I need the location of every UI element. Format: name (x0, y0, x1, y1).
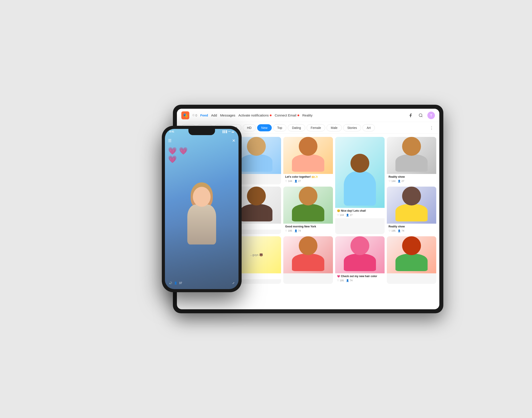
card-5-viewers: 👤 27 (398, 180, 404, 183)
phone-live-bar: ☰ ✕ (165, 137, 239, 144)
svg-point-0 (419, 114, 422, 116)
card-5-title: Reality show (388, 175, 434, 179)
tab-stories[interactable]: Stories (343, 124, 361, 131)
card-4-likes: ♡ 144 (337, 214, 344, 217)
nav-activate-notifications[interactable]: Activate notifications (238, 113, 272, 117)
card-12[interactable] (283, 236, 333, 284)
phone-close-icon[interactable]: ✕ (232, 138, 235, 143)
card-8-likes: ♡ 195 (285, 229, 292, 232)
phone-shell: 💗 💗💗 9:41 ▐▐▐ 〰 ▬ ☰ ✕ (162, 126, 242, 292)
tab-dating[interactable]: Dating (288, 124, 305, 131)
card-5[interactable]: Reality show ♡ 144 👤 27 (387, 137, 436, 184)
card-4-viewers: 👤 27 (346, 214, 353, 217)
phone-viewers-icon: 👤 (174, 281, 177, 285)
coins-count: 0 (196, 114, 197, 117)
phone-volume-viewers: 🔊 👤 37 (169, 281, 182, 285)
phone-time: 9:41 (169, 130, 174, 133)
card-9-title: Reality show (388, 225, 434, 229)
card-3-likes: ♡ 144 (285, 180, 292, 183)
card-5-likes: ♡ 144 (388, 180, 395, 183)
tab-art[interactable]: Art (362, 124, 375, 131)
expand-icon[interactable]: ⤢ (232, 281, 234, 285)
email-dot (298, 115, 299, 116)
card-8-title: Good morning New York (285, 225, 331, 229)
card-9-viewers: 👤 74 (398, 229, 404, 232)
card-9-likes: ♡ 195 (388, 229, 395, 232)
notification-dot (270, 115, 272, 116)
tab-male[interactable]: Male (327, 124, 342, 131)
card-4[interactable]: 😊 Nice day! Lets chat! ♡ 144 👤 27 (335, 137, 385, 234)
tab-new[interactable]: New (257, 124, 272, 131)
facebook-icon-btn[interactable] (407, 112, 414, 119)
tab-female[interactable]: Female (307, 124, 325, 131)
signal-bars-icon: ▐▐▐ (222, 130, 227, 133)
nav-reality[interactable]: Reality (302, 113, 312, 117)
nav-connect-email[interactable]: Connect Email (275, 113, 299, 117)
card-14[interactable] (387, 236, 436, 284)
tab-top[interactable]: Top (273, 124, 287, 131)
hamburger-menu-icon[interactable]: ☰ (168, 138, 172, 143)
card-8-viewers: 👤 74 (294, 229, 301, 232)
phone-bottom-controls: 🔊 👤 37 ⤢ (165, 281, 239, 285)
card-13[interactable]: 💗 Check out my new hair color ♡ 195 👤 74 (335, 236, 385, 284)
app-logo[interactable]: 🎭 (181, 111, 189, 119)
card-13-viewers: 👤 74 (346, 279, 353, 282)
card-13-likes: ♡ 195 (337, 279, 344, 282)
card-3[interactable]: Let's color together! 🙌✨ ♡ 144 👤 27 (283, 137, 333, 184)
nav-add[interactable]: Add (211, 113, 217, 117)
phone-viewers-count: 37 (179, 281, 182, 285)
phone-bg: 💗 💗💗 9:41 ▐▐▐ 〰 ▬ ☰ ✕ (165, 129, 239, 289)
volume-icon[interactable]: 🔊 (169, 281, 172, 285)
wifi-icon: 〰 (228, 130, 231, 133)
card-13-title: 💗 Check out my new hair color (337, 275, 383, 278)
phone-screen: 💗 💗💗 9:41 ▐▐▐ 〰 ▬ ☰ ✕ (165, 129, 239, 289)
card-9[interactable]: Reality show ♡ 195 👤 74 (387, 186, 436, 234)
phone-expand: ⤢ (232, 281, 234, 285)
tabs-more-button[interactable]: ⋮ (428, 125, 435, 131)
nav-feed[interactable]: Feed (200, 113, 208, 117)
search-icon-btn[interactable] (417, 112, 424, 119)
coin-icon: © (192, 114, 195, 117)
user-avatar[interactable]: T (427, 112, 435, 119)
battery-icon: ▬ (232, 130, 234, 133)
tab-hd[interactable]: HD (243, 124, 255, 131)
card-4-title: 😊 Nice day! Lets chat! (337, 209, 383, 213)
nav-messages[interactable]: Messages (220, 113, 235, 117)
phone-live-content (165, 151, 239, 289)
card-3-viewers: 👤 27 (294, 180, 301, 183)
phone-signal-icons: ▐▐▐ 〰 ▬ (222, 130, 234, 133)
card-8[interactable]: Good morning New York ♡ 195 👤 74 (283, 186, 333, 234)
navbar: 🎭 © 0 Feed Add Messages Activate notific… (177, 109, 439, 122)
coins-display: © 0 (192, 114, 197, 117)
card-3-title: Let's color together! 🙌✨ (285, 175, 331, 179)
phone-notch (188, 129, 215, 135)
